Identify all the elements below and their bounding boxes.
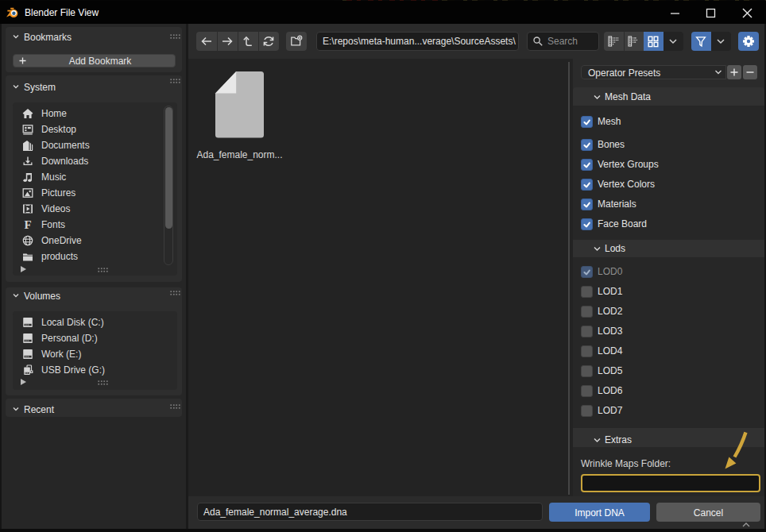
svg-text:F: F [24,219,31,230]
